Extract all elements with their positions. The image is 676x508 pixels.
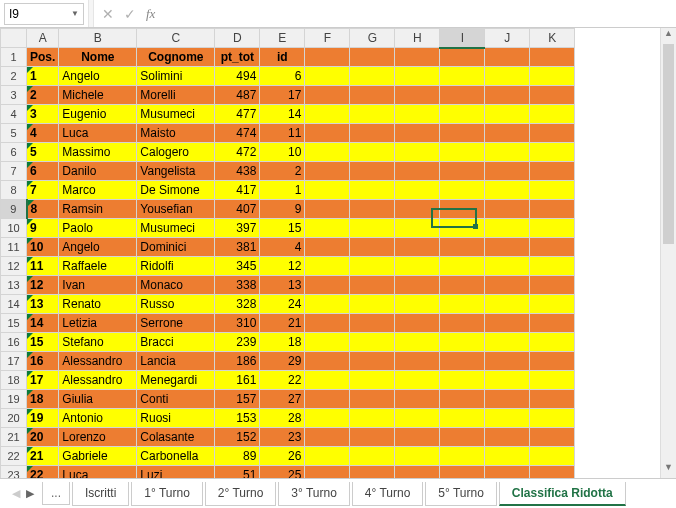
cell[interactable]	[305, 48, 350, 67]
cell[interactable]: 2	[260, 162, 305, 181]
cell[interactable]	[440, 466, 485, 479]
row-header[interactable]: 14	[1, 295, 27, 314]
cell[interactable]	[530, 466, 575, 479]
cell[interactable]	[350, 105, 395, 124]
chevron-down-icon[interactable]: ▼	[71, 9, 79, 18]
cell[interactable]: Musumeci	[137, 219, 215, 238]
row-header[interactable]: 7	[1, 162, 27, 181]
cell[interactable]	[530, 390, 575, 409]
row-header[interactable]: 22	[1, 447, 27, 466]
cell[interactable]: 26	[260, 447, 305, 466]
cell[interactable]	[440, 219, 485, 238]
cell[interactable]	[485, 238, 530, 257]
row-header[interactable]: 19	[1, 390, 27, 409]
cell[interactable]: 9	[260, 200, 305, 219]
cell[interactable]: Paolo	[59, 219, 137, 238]
cell[interactable]: 6	[27, 162, 59, 181]
cell[interactable]: 4	[260, 238, 305, 257]
cell[interactable]: 21	[260, 314, 305, 333]
cell[interactable]	[305, 200, 350, 219]
cell[interactable]	[305, 333, 350, 352]
cell[interactable]	[395, 295, 440, 314]
cell[interactable]: 474	[215, 124, 260, 143]
sheet-tab[interactable]: Classifica Ridotta	[499, 482, 626, 506]
cell[interactable]	[440, 447, 485, 466]
cell[interactable]: 28	[260, 409, 305, 428]
cell[interactable]: 494	[215, 67, 260, 86]
cell[interactable]: Angelo	[59, 238, 137, 257]
cell[interactable]	[485, 48, 530, 67]
cell[interactable]	[350, 86, 395, 105]
row-header[interactable]: 10	[1, 219, 27, 238]
cell[interactable]	[305, 238, 350, 257]
cell[interactable]: Serrone	[137, 314, 215, 333]
cell[interactable]: 8	[27, 200, 59, 219]
row-header[interactable]: 4	[1, 105, 27, 124]
row-header[interactable]: 5	[1, 124, 27, 143]
row-header[interactable]: 9	[1, 200, 27, 219]
cell[interactable]: Letizia	[59, 314, 137, 333]
cell[interactable]	[530, 86, 575, 105]
cell[interactable]	[395, 67, 440, 86]
cell[interactable]: 51	[215, 466, 260, 479]
table-header-cell[interactable]: pt_tot	[215, 48, 260, 67]
cell[interactable]	[440, 314, 485, 333]
cell[interactable]	[305, 295, 350, 314]
cell[interactable]	[530, 143, 575, 162]
fx-icon[interactable]: fx	[146, 6, 155, 22]
cell[interactable]	[440, 181, 485, 200]
cell[interactable]: 22	[260, 371, 305, 390]
cell[interactable]: 13	[27, 295, 59, 314]
scroll-up-icon[interactable]: ▲	[661, 28, 676, 44]
cell[interactable]	[395, 124, 440, 143]
cell[interactable]: Menegardi	[137, 371, 215, 390]
cell[interactable]	[440, 371, 485, 390]
cell[interactable]	[350, 181, 395, 200]
cell[interactable]: Russo	[137, 295, 215, 314]
cell[interactable]	[485, 428, 530, 447]
column-header[interactable]: E	[260, 29, 305, 48]
cell[interactable]: 11	[27, 257, 59, 276]
cell[interactable]: Antonio	[59, 409, 137, 428]
cell[interactable]	[350, 124, 395, 143]
cell[interactable]	[395, 181, 440, 200]
cell[interactable]: 89	[215, 447, 260, 466]
cell[interactable]	[485, 466, 530, 479]
column-header[interactable]: A	[27, 29, 59, 48]
cell[interactable]: Solimini	[137, 67, 215, 86]
cell[interactable]	[350, 67, 395, 86]
column-header[interactable]: I	[440, 29, 485, 48]
cell[interactable]	[350, 295, 395, 314]
cell[interactable]	[485, 447, 530, 466]
cell[interactable]	[440, 162, 485, 181]
cell[interactable]: 345	[215, 257, 260, 276]
cell[interactable]	[350, 238, 395, 257]
cell[interactable]	[395, 143, 440, 162]
cell[interactable]	[485, 143, 530, 162]
column-header[interactable]: B	[59, 29, 137, 48]
cell[interactable]	[350, 466, 395, 479]
cell[interactable]	[395, 257, 440, 276]
cell[interactable]	[530, 371, 575, 390]
cell[interactable]: 15	[27, 333, 59, 352]
cell[interactable]	[305, 219, 350, 238]
cell[interactable]	[530, 48, 575, 67]
cell[interactable]	[305, 143, 350, 162]
cell[interactable]	[440, 143, 485, 162]
cell[interactable]: Giulia	[59, 390, 137, 409]
row-header[interactable]: 23	[1, 466, 27, 479]
cell[interactable]: Ramsin	[59, 200, 137, 219]
cell[interactable]: Ridolfi	[137, 257, 215, 276]
cell[interactable]	[485, 67, 530, 86]
cell[interactable]	[305, 105, 350, 124]
cell[interactable]	[305, 352, 350, 371]
cell[interactable]: 310	[215, 314, 260, 333]
cell[interactable]: Carbonella	[137, 447, 215, 466]
cell[interactable]: Dominici	[137, 238, 215, 257]
cell[interactable]	[530, 181, 575, 200]
cell[interactable]	[305, 314, 350, 333]
cell[interactable]	[305, 257, 350, 276]
cell[interactable]: Luzi	[137, 466, 215, 479]
scroll-thumb[interactable]	[663, 44, 674, 244]
cell[interactable]: 19	[27, 409, 59, 428]
